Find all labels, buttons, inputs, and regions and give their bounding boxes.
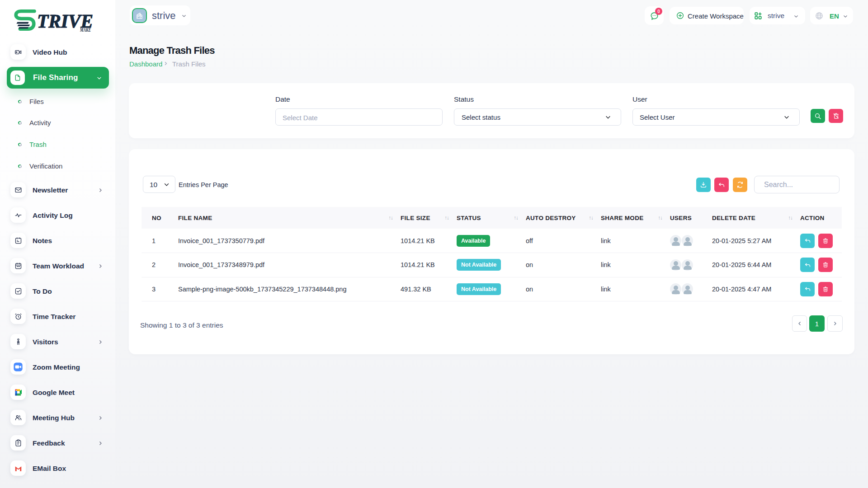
svg-text:MAKE: MAKE (80, 27, 91, 33)
